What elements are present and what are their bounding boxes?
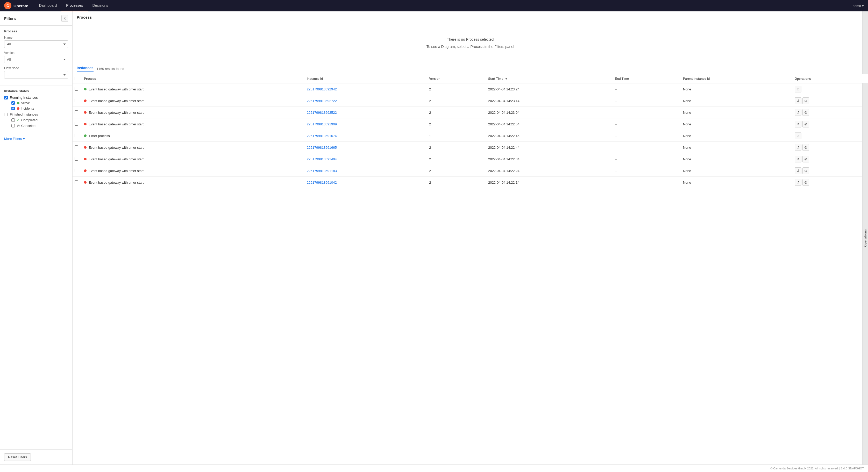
instances-tab[interactable]: Instances — [77, 66, 94, 71]
end-time-cell: -- — [612, 153, 680, 165]
cancel-button[interactable]: ⊘ — [802, 156, 809, 162]
cancel-button[interactable]: ⊘ — [802, 144, 809, 151]
running-instances-checkbox[interactable] — [4, 96, 8, 99]
col-header-instance-id: Instance Id — [304, 74, 426, 84]
cancel-button[interactable]: ⊘ — [802, 97, 809, 104]
col-header-operations: Operations — [792, 74, 868, 84]
instance-id-link[interactable]: 2251799813691183 — [307, 169, 337, 173]
reset-filters-button[interactable]: Reset Filters — [4, 453, 31, 461]
canceled-label[interactable]: ⊘ Canceled — [17, 124, 35, 128]
incidents-status-dot — [17, 107, 20, 110]
cancel-button[interactable]: ⊘ — [802, 121, 809, 127]
operations-cell: ⊘ — [792, 130, 868, 142]
process-name-cell: Event based gateway with timer start — [84, 157, 301, 161]
retry-button[interactable]: ↺ — [795, 156, 801, 162]
incidents-checkbox[interactable] — [11, 107, 15, 110]
page-footer: © Camunda Services GmbH 2022. All rights… — [0, 465, 868, 472]
flow-node-select[interactable]: -- — [4, 71, 68, 78]
canceled-checkbox[interactable] — [11, 124, 15, 127]
row-checkbox[interactable] — [74, 157, 78, 161]
parent-instance-id-cell: None — [680, 118, 792, 130]
completed-label[interactable]: ✓ Completed — [17, 118, 37, 122]
instance-id-link[interactable]: 2251799813691909 — [307, 122, 337, 126]
row-status-dot — [84, 169, 87, 172]
nav-link-processes[interactable]: Processes — [61, 0, 88, 11]
operations-cell: ↺ ⊘ — [792, 165, 868, 177]
row-checkbox[interactable] — [74, 145, 78, 149]
instance-id-link[interactable]: 2251799813692942 — [307, 87, 337, 91]
process-name: Event based gateway with timer start — [89, 122, 144, 126]
chevron-down-icon: ▾ — [862, 4, 864, 8]
top-navigation: C Operate Dashboard Processes Decisions … — [0, 0, 868, 11]
app-name: Operate — [13, 4, 28, 8]
results-count: 1160 results found — [97, 67, 124, 71]
col-header-start-time[interactable]: Start Time ▼ — [485, 74, 612, 84]
table-row: Event based gateway with timer start 225… — [72, 107, 868, 118]
retry-button[interactable]: ↺ — [795, 167, 801, 174]
completed-checkbox[interactable] — [11, 118, 15, 122]
row-checkbox[interactable] — [74, 122, 78, 126]
instance-id-link[interactable]: 2251799813691674 — [307, 134, 337, 138]
nav-link-dashboard[interactable]: Dashboard — [34, 0, 62, 11]
retry-button[interactable]: ↺ — [795, 144, 801, 151]
instance-id-link[interactable]: 2251799813691665 — [307, 146, 337, 150]
retry-button[interactable]: ↺ — [795, 121, 801, 127]
active-label[interactable]: Active — [17, 101, 30, 105]
version-cell: 2 — [426, 153, 485, 165]
nav-link-decisions[interactable]: Decisions — [88, 0, 113, 11]
retry-button[interactable]: ↺ — [795, 179, 801, 186]
row-status-dot — [84, 111, 87, 114]
running-instances-label[interactable]: Running Instances — [10, 96, 38, 99]
start-time-cell: 2022-04-04 14:23:14 — [485, 95, 612, 107]
active-checkbox[interactable] — [11, 101, 15, 105]
canceled-icon: ⊘ — [17, 124, 20, 128]
process-name: Event based gateway with timer start — [89, 169, 144, 173]
row-checkbox[interactable] — [74, 180, 78, 184]
version-cell: 2 — [426, 107, 485, 118]
process-name-select[interactable]: All — [4, 40, 68, 48]
start-time-cell: 2022-04-04 14:23:24 — [485, 84, 612, 95]
more-filters-toggle[interactable]: More Filters ▾ — [0, 133, 72, 144]
select-all-checkbox[interactable] — [74, 77, 78, 80]
instance-id-link[interactable]: 2251799813691494 — [307, 157, 337, 161]
process-name-cell: Event based gateway with timer start — [84, 169, 301, 173]
process-version-select[interactable]: All — [4, 56, 68, 63]
finished-instances-label[interactable]: Finished Instances — [10, 113, 38, 116]
operations-cell: ↺ ⊘ — [792, 118, 868, 130]
retry-button[interactable]: ↺ — [795, 97, 801, 104]
row-checkbox[interactable] — [74, 169, 78, 172]
row-checkbox[interactable] — [74, 87, 78, 91]
cancel-button-disabled: ⊘ — [795, 86, 801, 93]
cancel-button[interactable]: ⊘ — [802, 179, 809, 186]
instance-id-link[interactable]: 2251799813691042 — [307, 181, 337, 184]
right-panel: Process There is no Process selected To … — [72, 11, 868, 465]
instances-panel: Instances 1160 results found Process Ins… — [72, 63, 868, 465]
completed-icon: ✓ — [17, 118, 20, 122]
row-checkbox[interactable] — [74, 134, 78, 137]
parent-instance-id-cell: None — [680, 165, 792, 177]
user-menu[interactable]: demo ▾ — [852, 4, 864, 8]
finished-instances-checkbox[interactable] — [4, 113, 8, 116]
sidebar-footer: Reset Filters — [0, 449, 72, 465]
cancel-button[interactable]: ⊘ — [802, 167, 809, 174]
parent-instance-id-cell: None — [680, 177, 792, 188]
version-cell: 2 — [426, 165, 485, 177]
row-status-dot — [84, 181, 87, 184]
incidents-label[interactable]: Incidents — [17, 106, 34, 111]
col-header-parent-instance-id: Parent Instance Id — [680, 74, 792, 84]
process-diagram-area: Process There is no Process selected To … — [72, 11, 868, 63]
cancel-button[interactable]: ⊘ — [802, 109, 809, 116]
instances-table: Process Instance Id Version Start Time ▼… — [72, 74, 868, 188]
end-time-cell: -- — [612, 142, 680, 153]
row-status-dot — [84, 99, 87, 102]
retry-button[interactable]: ↺ — [795, 109, 801, 116]
row-status-dot — [84, 134, 87, 137]
parent-instance-id-cell: None — [680, 95, 792, 107]
instance-id-link[interactable]: 2251799813692522 — [307, 111, 337, 115]
incidents-row: Incidents — [11, 106, 68, 111]
row-checkbox[interactable] — [74, 111, 78, 114]
col-header-version: Version — [426, 74, 485, 84]
instance-id-link[interactable]: 2251799813692722 — [307, 99, 337, 103]
collapse-sidebar-button[interactable]: K — [61, 15, 68, 22]
row-checkbox[interactable] — [74, 99, 78, 102]
